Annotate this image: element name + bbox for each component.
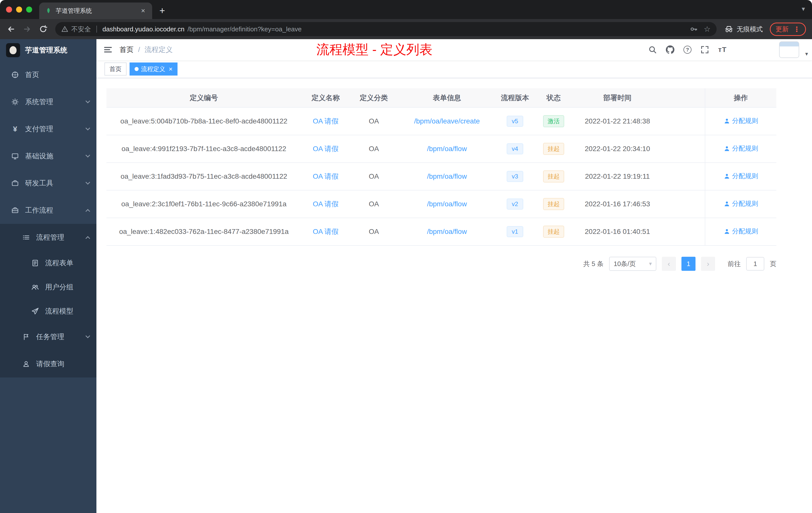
- active-dot: [135, 67, 139, 71]
- assign-rule-link[interactable]: 分配规则: [724, 227, 758, 236]
- bookmark-star-icon[interactable]: ☆: [704, 25, 710, 33]
- reload-button[interactable]: [36, 22, 50, 36]
- version-badge: v1: [507, 226, 523, 237]
- definition-id: oa_leave:5:004b710b-7b8a-11ec-8ef0-acde4…: [107, 108, 301, 135]
- close-window-button[interactable]: [6, 6, 12, 12]
- window-controls: [0, 0, 39, 19]
- sidebar-item-process-model[interactable]: 流程模型: [0, 299, 96, 323]
- page-title: 流程模型 - 定义列表: [316, 41, 432, 58]
- sidebar-item-process-mgmt[interactable]: 流程管理: [0, 224, 96, 251]
- version-badge: v2: [507, 199, 523, 210]
- tab-close-icon[interactable]: ×: [139, 7, 147, 15]
- tag-process-definition[interactable]: 流程定义 ×: [129, 62, 177, 76]
- browser-menu-icon[interactable]: ⋮: [793, 25, 800, 33]
- breadcrumb-current: 流程定义: [145, 45, 173, 55]
- person-icon: [724, 173, 730, 179]
- form-info-link[interactable]: /bpm/oa/leave/create: [414, 117, 480, 125]
- sidebar-item-devtools[interactable]: 研发工具: [0, 170, 96, 197]
- omnibox-divider: [96, 26, 97, 33]
- sidebar-item-workflow[interactable]: 工作流程: [0, 197, 96, 224]
- navbar-tools: ? тT ▾: [648, 39, 808, 60]
- sidebar-item-process-form[interactable]: 流程表单: [0, 251, 96, 275]
- definition-name-link[interactable]: OA 请假: [313, 173, 339, 180]
- password-key-icon[interactable]: [690, 25, 698, 33]
- sidebar-item-leave-query[interactable]: 请假查询: [0, 350, 96, 378]
- flag-icon: [22, 333, 30, 340]
- browser-tab[interactable]: 芋道管理系统 ×: [39, 2, 152, 19]
- deploy-time: 2022-01-16 01:40:51: [574, 218, 661, 245]
- search-icon[interactable]: [648, 46, 657, 54]
- form-info-link[interactable]: /bpm/oa/flow: [427, 173, 467, 180]
- prev-page-button[interactable]: ‹: [662, 257, 676, 271]
- brand[interactable]: 芋道管理系统: [0, 39, 96, 61]
- fullscreen-icon[interactable]: [700, 46, 709, 54]
- user-avatar[interactable]: [779, 41, 799, 58]
- form-info-link[interactable]: /bpm/oa/flow: [427, 200, 467, 208]
- definition-name-link[interactable]: OA 请假: [313, 117, 339, 125]
- chevron-down-icon: [85, 153, 90, 158]
- col-filler: [661, 88, 705, 108]
- page-unit-label: 页: [770, 260, 776, 268]
- status-badge: 挂起: [543, 171, 564, 182]
- new-tab-button[interactable]: +: [155, 3, 169, 18]
- toolbox-icon: [11, 179, 19, 187]
- help-icon[interactable]: ?: [684, 46, 692, 54]
- update-chip[interactable]: 更新 ⋮: [770, 23, 806, 36]
- sidebar-item-home[interactable]: 首页: [0, 61, 96, 88]
- col-category: 定义分类: [350, 88, 398, 108]
- tag-home[interactable]: 首页: [105, 62, 126, 76]
- definition-name-link[interactable]: OA 请假: [313, 228, 339, 235]
- assign-rule-link[interactable]: 分配规则: [724, 172, 758, 180]
- url-path: /bpm/manager/definition?key=oa_leave: [187, 25, 302, 33]
- form-info-link[interactable]: /bpm/oa/flow: [427, 145, 467, 153]
- assign-rule-link[interactable]: 分配规则: [724, 199, 758, 208]
- definition-name-link[interactable]: OA 请假: [313, 200, 339, 208]
- document-icon: [31, 259, 39, 267]
- tab-search-chevron-icon[interactable]: ▾: [802, 5, 805, 13]
- form-info-link[interactable]: /bpm/oa/flow: [427, 228, 467, 235]
- assign-rule-link[interactable]: 分配规则: [724, 117, 758, 125]
- category: OA: [350, 108, 398, 135]
- version-badge: v5: [507, 116, 523, 127]
- total-count: 共 5 条: [583, 260, 604, 268]
- dashboard-icon: [11, 71, 19, 79]
- breadcrumb-home[interactable]: 首页: [119, 45, 134, 55]
- yen-icon: ¥: [11, 125, 19, 133]
- category: OA: [350, 135, 398, 163]
- back-button[interactable]: [4, 22, 18, 36]
- definition-name-link[interactable]: OA 请假: [313, 145, 339, 153]
- security-label[interactable]: 不安全: [71, 25, 91, 34]
- avatar-caret-icon[interactable]: ▾: [805, 51, 808, 57]
- incognito-badge: 无痕模式: [722, 25, 768, 34]
- incognito-label: 无痕模式: [737, 25, 763, 34]
- forward-button[interactable]: [20, 22, 34, 36]
- goto-page-input[interactable]: [746, 257, 764, 271]
- sidebar-item-task-mgmt[interactable]: 任务管理: [0, 323, 96, 350]
- sidebar-item-payment[interactable]: ¥ 支付管理: [0, 116, 96, 143]
- font-size-icon[interactable]: тT: [718, 46, 727, 54]
- minimize-window-button[interactable]: [16, 6, 22, 12]
- tags-view: 首页 流程定义 ×: [96, 60, 812, 78]
- address-bar[interactable]: 不安全 dashboard.yudao.iocoder.cn/bpm/manag…: [55, 22, 717, 36]
- col-definition-name: 定义名称: [301, 88, 350, 108]
- zoom-window-button[interactable]: [26, 6, 32, 12]
- assign-rule-link[interactable]: 分配规则: [724, 144, 758, 153]
- page-number-button[interactable]: 1: [682, 257, 696, 271]
- status-badge: 挂起: [543, 143, 564, 155]
- definition-id: oa_leave:1:482ec033-762a-11ec-8477-a2380…: [107, 218, 301, 245]
- version-badge: v4: [507, 143, 523, 154]
- url-host: dashboard.yudao.iocoder.cn: [103, 25, 184, 33]
- incognito-icon: [725, 25, 733, 33]
- tag-close-icon[interactable]: ×: [169, 65, 173, 73]
- sidebar-item-system[interactable]: 系统管理: [0, 88, 96, 116]
- security-warning-icon: [61, 26, 68, 33]
- github-icon[interactable]: [666, 46, 674, 54]
- person-icon: [22, 360, 30, 368]
- deploy-time: 2022-01-22 20:34:10: [574, 135, 661, 163]
- hamburger-icon[interactable]: [96, 39, 119, 60]
- next-page-button[interactable]: ›: [701, 257, 715, 271]
- col-deploy-time: 部署时间: [574, 88, 661, 108]
- page-size-select[interactable]: 10条/页 ▾: [609, 257, 656, 271]
- sidebar-item-infrastructure[interactable]: 基础设施: [0, 143, 96, 170]
- sidebar-item-user-group[interactable]: 用户分组: [0, 275, 96, 299]
